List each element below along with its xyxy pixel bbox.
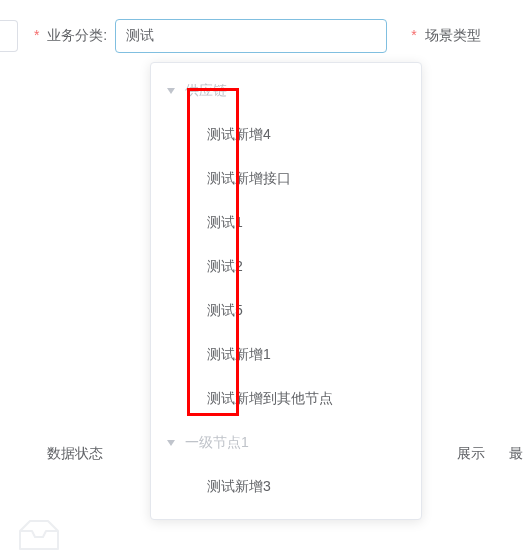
dropdown-group-label: 供应链 — [185, 82, 227, 100]
dropdown-item[interactable]: 测试1 — [151, 201, 421, 245]
dropdown-item-label: 测试新增接口 — [207, 170, 291, 188]
column-data-status-label: 数据状态 — [47, 445, 103, 461]
dropdown-group[interactable]: 供应链 — [151, 69, 421, 113]
dropdown-item[interactable]: 测试2 — [151, 245, 421, 289]
dropdown-item-label: 测试5 — [207, 302, 243, 320]
dropdown-group[interactable]: 一级节点1 — [151, 421, 421, 465]
caret-down-icon — [167, 440, 175, 446]
empty-state-icon — [16, 517, 62, 553]
dropdown-item-label: 测试新增3 — [207, 478, 271, 496]
dropdown-item[interactable]: 测试新增到其他节点 — [151, 377, 421, 421]
business-category-input[interactable] — [115, 19, 387, 53]
dropdown-item-label: 测试2 — [207, 258, 243, 276]
required-star-icon: * — [411, 27, 416, 43]
business-category-label: * 业务分类: — [34, 27, 107, 45]
column-data-status[interactable]: 数据状态 — [0, 445, 150, 463]
scene-type-label-text: 场景类型 — [425, 27, 481, 43]
caret-down-icon — [167, 88, 175, 94]
dropdown-item[interactable]: 测试5 — [151, 289, 421, 333]
dropdown-item-label: 测试新增到其他节点 — [207, 390, 333, 408]
dropdown-item[interactable]: 测试新增4 — [151, 113, 421, 157]
column-display-fragment[interactable]: 展示 — [457, 445, 485, 463]
dropdown-item-label: 测试新增1 — [207, 346, 271, 364]
dropdown-scroll[interactable]: 供应链 测试新增4 测试新增接口 测试1 测试2 测试5 测试新增1 测试新增到… — [151, 63, 421, 519]
dropdown-item-label: 测试1 — [207, 214, 243, 232]
column-last-fragment[interactable]: 最 — [509, 445, 523, 463]
business-category-dropdown: 供应链 测试新增4 测试新增接口 测试1 测试2 测试5 测试新增1 测试新增到… — [150, 62, 422, 520]
dropdown-item-label: 测试新增4 — [207, 126, 271, 144]
dropdown-group-label: 一级节点1 — [185, 434, 249, 452]
dropdown-item[interactable]: 测试新增3 — [151, 465, 421, 509]
form-row: * 业务分类: * 场景类型 — [0, 18, 523, 54]
previous-input-fragment[interactable] — [0, 20, 18, 52]
required-star-icon: * — [34, 27, 39, 43]
business-category-label-text: 业务分类: — [47, 27, 107, 43]
scene-type-label: * 场景类型 — [411, 27, 480, 45]
dropdown-item[interactable]: 测试新增1 — [151, 333, 421, 377]
dropdown-item[interactable]: 测试新增接口 — [151, 157, 421, 201]
